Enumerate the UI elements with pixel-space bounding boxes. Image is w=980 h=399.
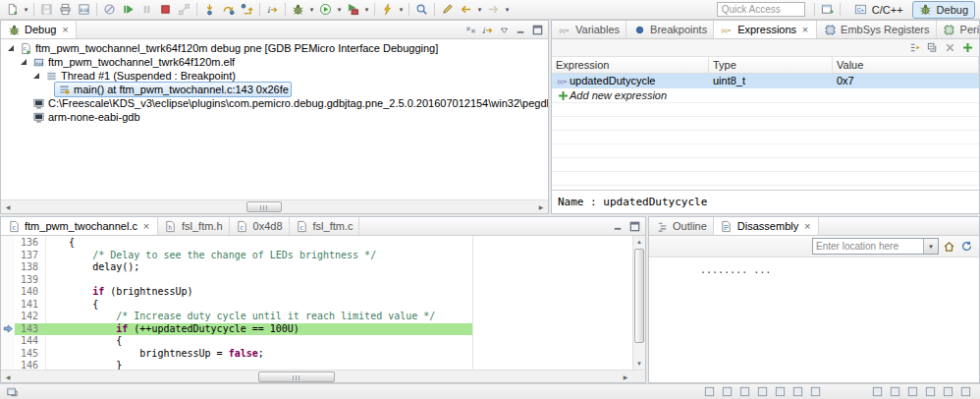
forward-icon[interactable] — [484, 1, 503, 19]
debug-dropdown-icon[interactable] — [307, 1, 316, 19]
tab-disassembly[interactable]: Disassembly — [714, 217, 819, 235]
flash-dropdown-icon[interactable] — [397, 1, 406, 19]
tab-debug[interactable]: Debug — [1, 21, 77, 38]
maximize-icon[interactable] — [529, 22, 546, 37]
code-line[interactable]: 138 delay(); — [1, 261, 632, 274]
suspend-icon[interactable] — [137, 1, 156, 19]
code-line[interactable]: 139 — [1, 274, 632, 287]
back-dropdown-icon[interactable] — [475, 1, 484, 19]
column-header-type[interactable]: Type — [709, 57, 833, 73]
column-header-expression[interactable]: Expression — [552, 57, 709, 73]
tab-outline[interactable]: Outline — [649, 217, 714, 235]
remove-expression-icon[interactable] — [942, 40, 958, 56]
generic-icon[interactable] — [905, 385, 920, 399]
run-icon[interactable] — [316, 1, 335, 19]
minimize-icon[interactable] — [610, 218, 626, 234]
code-line[interactable]: 145 brightnessUp = false; — [1, 348, 632, 361]
debug-tree-item[interactable]: exeftm_pwm_twochannel_twrk64f120m.elf — [1, 55, 548, 69]
external-tools-icon[interactable] — [344, 1, 362, 19]
tab-embsys-registers[interactable]: EmbSys Registers — [817, 21, 936, 38]
step-into-icon[interactable] — [200, 1, 219, 19]
collapse-all-icon[interactable] — [924, 40, 941, 56]
tab-fsl-ftm-c[interactable]: cfsl_ftm.c — [290, 217, 360, 235]
resume-icon[interactable] — [119, 1, 137, 19]
remove-all-terminated-icon[interactable] — [463, 22, 479, 37]
column-header-value[interactable]: Value — [833, 57, 979, 73]
generic-icon[interactable] — [870, 385, 885, 399]
expression-row[interactable]: Add new expression — [552, 88, 979, 103]
editor-vscrollbar[interactable] — [632, 236, 645, 370]
scroll-right-icon[interactable] — [619, 370, 632, 383]
tab-peripherals[interactable]: Peripherals — [937, 21, 980, 38]
close-icon[interactable] — [141, 221, 151, 231]
debug-tree-item[interactable]: C:\Freescale\KDS_v3\eclipse\plugins\com.… — [1, 96, 548, 110]
code-line[interactable]: 146 } — [1, 360, 632, 370]
code-line[interactable]: 142 /* Increase duty cycle until it reac… — [1, 311, 632, 323]
generic-icon[interactable] — [923, 385, 938, 399]
debug-tree-item[interactable]: arm-none-eabi-gdb — [1, 110, 548, 124]
generic-icon[interactable] — [941, 385, 955, 399]
new-dropdown-icon[interactable] — [22, 1, 30, 19]
forward-dropdown-icon[interactable] — [503, 1, 512, 19]
scroll-left-icon[interactable] — [1, 370, 15, 383]
expression-row[interactable]: (x)=updatedDutycycleuint8_t0x7 — [552, 74, 979, 88]
quick-access-input[interactable]: Quick Access — [717, 2, 805, 17]
scrollbar-thumb[interactable] — [246, 201, 282, 212]
home-icon[interactable] — [941, 239, 957, 255]
expand-toggle-icon[interactable] — [18, 57, 28, 68]
scrollbar-thumb[interactable] — [258, 371, 335, 382]
generic-icon[interactable] — [737, 385, 752, 399]
instruction-stepping-icon[interactable]: i — [263, 1, 282, 19]
back-icon[interactable] — [457, 1, 475, 19]
generic-icon[interactable] — [808, 385, 823, 399]
tab-breakpoints[interactable]: Breakpoints — [626, 21, 714, 38]
tab-ftm-pwm-twochannel-c[interactable]: cftm_pwm_twochannel.c — [1, 217, 158, 235]
scroll-down-icon[interactable] — [633, 358, 645, 370]
debug-hscrollbar[interactable] — [1, 200, 548, 213]
location-input[interactable] — [813, 239, 923, 254]
external-tools-dropdown-icon[interactable] — [362, 1, 371, 19]
code-line[interactable]: 136 { — [1, 237, 632, 250]
instruction-stepping-icon[interactable]: i — [479, 22, 496, 37]
perspective-debug-button[interactable]: Debug — [912, 1, 975, 19]
code-line[interactable]: 140 if (brightnessUp) — [1, 286, 632, 299]
tab-variables[interactable]: (x)=Variables — [552, 21, 626, 38]
generic-icon[interactable] — [720, 385, 735, 399]
debug-tree-item[interactable]: cftm_pwm_twochannel_twrk64f120m debug pn… — [1, 41, 548, 55]
tab-fsl-ftm-h[interactable]: hfsl_ftm.h — [158, 217, 230, 235]
close-icon[interactable] — [802, 221, 812, 231]
code-line[interactable]: 141 { — [1, 299, 632, 312]
flash-programmer-icon[interactable] — [378, 1, 397, 19]
perspective-c-c-button[interactable]: C+C/C++ — [847, 1, 910, 19]
run-dropdown-icon[interactable] — [335, 1, 344, 19]
close-icon[interactable] — [60, 25, 70, 34]
code-line[interactable]: 137 /* Delay to see the change of LEDs b… — [1, 250, 632, 262]
scroll-up-icon[interactable] — [633, 236, 645, 248]
restore-trim-icon[interactable] — [5, 385, 20, 399]
scroll-right-icon[interactable] — [534, 200, 548, 213]
code-editor[interactable]: 136 {137 /* Delay to see the change of L… — [1, 236, 645, 370]
generic-icon[interactable] — [958, 385, 973, 399]
generic-icon[interactable] — [790, 385, 805, 399]
new-file-icon[interactable] — [3, 1, 22, 19]
tab-0x4d8[interactable]: c0x4d8 — [230, 217, 290, 235]
editor-hscrollbar[interactable] — [1, 370, 632, 382]
disconnect-icon[interactable] — [175, 1, 193, 19]
scrollbar-thumb[interactable] — [634, 249, 644, 343]
terminate-icon[interactable] — [156, 1, 175, 19]
add-expression-icon[interactable] — [959, 40, 976, 56]
expand-toggle-icon[interactable] — [30, 71, 41, 82]
combo-dropdown-icon[interactable] — [923, 239, 938, 254]
search-icon[interactable] — [412, 1, 431, 19]
expand-toggle-icon[interactable] — [5, 43, 16, 54]
disassembly-content[interactable]: ........ ... — [649, 257, 979, 382]
open-perspective-button[interactable] — [818, 1, 837, 19]
step-over-icon[interactable] — [219, 1, 238, 19]
scroll-left-icon[interactable] — [1, 200, 15, 213]
skip-all-breakpoints-icon[interactable] — [100, 1, 119, 19]
refresh-icon[interactable] — [958, 239, 975, 255]
view-menu-icon[interactable] — [496, 22, 513, 37]
debug-icon[interactable] — [289, 1, 307, 19]
tab-expressions[interactable]: (x)=Expressions — [714, 21, 817, 38]
generic-icon[interactable] — [755, 385, 770, 399]
